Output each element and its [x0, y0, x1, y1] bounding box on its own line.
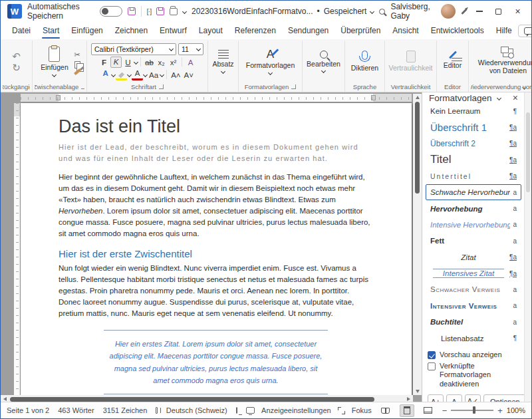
highlight-chevron-icon[interactable]	[127, 72, 132, 76]
word-count[interactable]: 463 Wörter	[58, 406, 94, 414]
scroll-up-icon[interactable]	[416, 96, 420, 99]
tab-ansicht[interactable]: Ansicht	[386, 23, 424, 39]
highlight-button[interactable]	[116, 69, 127, 80]
char-count[interactable]: 3151 Zeichen	[103, 406, 148, 414]
style-item-listenabsatz[interactable]: Listenabsatz¶	[426, 330, 521, 346]
change-case-button[interactable]: Aa	[148, 69, 160, 80]
zoom-slider[interactable]	[451, 410, 493, 411]
accessibility-icon[interactable]	[236, 407, 238, 414]
proofing-icon[interactable]	[156, 407, 158, 414]
style-item-untertitel[interactable]: Untertitel¶a	[426, 168, 521, 184]
superscript-button[interactable]: x²	[168, 57, 179, 68]
styles-dialog-launcher-icon[interactable]	[291, 84, 296, 89]
cut-icon[interactable]: ✂	[74, 51, 80, 59]
style-item-intensiver-verweis[interactable]: Intensiver Verweisa	[426, 298, 521, 314]
scroll-left-icon[interactable]	[3, 397, 7, 401]
editing-button[interactable]: Bearbeiten	[304, 50, 343, 73]
paragraph-button[interactable]: Absatz	[209, 49, 236, 73]
style-item-titel[interactable]: Titel¶a	[426, 152, 521, 168]
font-size-select[interactable]: 11	[178, 43, 203, 55]
preview-checkbox[interactable]	[428, 351, 436, 359]
zoom-out-button[interactable]: −	[442, 406, 448, 415]
sensitivity-button[interactable]: Vertraulichkeit	[386, 50, 436, 72]
copy-icon[interactable]	[74, 61, 80, 69]
preview-checkbox-row[interactable]: Vorschau anzeigen	[428, 350, 519, 360]
page-indicator[interactable]: Seite 1 von 2	[7, 406, 49, 414]
style-item-hervorhebung[interactable]: Hervorhebunga	[426, 200, 521, 216]
save-icon[interactable]	[128, 7, 136, 15]
font-name-select[interactable]: Calibri (Textkörper)	[91, 43, 176, 55]
redo-icon[interactable]: ↻	[12, 63, 21, 72]
tab-referenzen[interactable]: Referenzen	[229, 23, 282, 39]
font-dialog-launcher-icon[interactable]	[159, 84, 164, 89]
styles-panel-close-icon[interactable]: ×	[513, 92, 518, 103]
font-color-chevron-icon[interactable]	[143, 72, 148, 76]
ink-pen-icon[interactable]	[461, 9, 467, 15]
subscript-button[interactable]: x₂	[156, 57, 167, 68]
read-mode-button[interactable]	[378, 404, 393, 417]
style-item-intensive-hervorhebung[interactable]: Intensive Hervorhebunga	[426, 217, 521, 233]
tab-ueberpruefen[interactable]: Überprüfen	[334, 23, 386, 39]
style-item-schwache-hervorhebung[interactable]: Schwache Hervorhebunga	[426, 184, 521, 200]
strikethrough-button[interactable]: ab	[144, 57, 155, 68]
tab-entwurf[interactable]: Entwurf	[154, 23, 193, 39]
word-logo-icon[interactable]: W	[7, 4, 22, 19]
zoom-slider-thumb[interactable]	[473, 406, 475, 414]
minimize-button[interactable]	[473, 4, 487, 19]
autosave-toggle[interactable]	[100, 6, 122, 17]
style-item-buchtitel[interactable]: Buchtitela	[426, 314, 521, 330]
style-item-intensives-zitat[interactable]: Intensives Zitat¶a	[426, 265, 521, 281]
font-color-button[interactable]: A	[132, 69, 143, 80]
shrink-font-button[interactable]: A˅	[183, 69, 195, 80]
maximize-button[interactable]	[492, 4, 506, 19]
horizontal-scrollbar-thumb[interactable]	[10, 397, 374, 402]
style-item-schwacher-verweis[interactable]: Schwacher Verweisa	[426, 281, 521, 297]
style-item-ueberschrift-2[interactable]: Überschrift 2¶a	[426, 136, 521, 152]
italic-button[interactable]: K	[110, 57, 122, 68]
focus-label[interactable]: Fokus	[352, 406, 372, 414]
dictate-button[interactable]: Diktieren	[348, 50, 381, 72]
styles-button[interactable]: A Formatvorlagen	[243, 48, 298, 74]
panel-scrollbar-thumb[interactable]	[526, 112, 530, 192]
open-folder-icon[interactable]	[170, 8, 178, 15]
print-layout-button[interactable]	[400, 404, 414, 417]
change-case-chevron-icon[interactable]	[160, 72, 164, 76]
qat-customize-chevron-icon[interactable]	[182, 9, 187, 13]
tab-datei[interactable]: Datei	[6, 23, 37, 39]
save-status-chevron-icon[interactable]	[370, 9, 374, 13]
indent-marker-left[interactable]	[56, 95, 61, 100]
editor-button[interactable]: Editor	[441, 53, 464, 70]
language-indicator[interactable]: Deutsch (Schweiz)	[166, 406, 227, 414]
style-item-fett[interactable]: Fetta	[426, 233, 521, 249]
indent-marker-right[interactable]	[371, 95, 376, 100]
save-status[interactable]: Gespeichert	[324, 7, 367, 16]
bold-button[interactable]: F	[98, 57, 110, 68]
disable-linked-checkbox[interactable]	[428, 362, 436, 370]
zoom-level[interactable]: 100%	[507, 406, 525, 414]
scroll-down-icon[interactable]	[416, 390, 420, 393]
styles-panel-chevron-icon[interactable]	[497, 95, 501, 100]
document-page[interactable]: Das ist ein Titel Hier ist der Lead, der…	[21, 103, 412, 395]
undo-icon[interactable]: ↶	[12, 51, 21, 61]
display-settings-label[interactable]: Anzeigeeinstellungen	[261, 406, 331, 414]
zoom-in-button[interactable]: +	[497, 406, 503, 415]
comments-button[interactable]	[518, 25, 532, 37]
style-area-icon[interactable]: [·]	[147, 7, 152, 15]
disable-linked-checkbox-row[interactable]: Verknüpfte Formatvorlagen deaktivieren	[428, 362, 519, 389]
close-button[interactable]: ×	[511, 4, 525, 19]
underline-button[interactable]: U	[122, 57, 134, 68]
tab-start[interactable]: Start	[37, 23, 65, 39]
vertical-scrollbar[interactable]	[413, 94, 422, 395]
grow-font-button[interactable]: A˄	[170, 69, 182, 80]
search-icon[interactable]	[379, 9, 385, 15]
user-name[interactable]: Salvisberg, Gaby	[390, 2, 436, 21]
style-item-kein-leerraum[interactable]: Kein Leerraum¶	[426, 103, 521, 119]
tab-hilfe[interactable]: Hilfe	[490, 23, 518, 39]
scroll-right-icon[interactable]	[407, 397, 410, 401]
text-effects-button[interactable]: A	[100, 69, 111, 80]
paste-button[interactable]: Einfügen	[38, 46, 70, 76]
tab-layout[interactable]: Layout	[193, 23, 229, 39]
vertical-scrollbar-thumb[interactable]	[415, 102, 420, 194]
tab-zeichnen[interactable]: Zeichnen	[109, 23, 154, 39]
style-item-ueberschrift-1[interactable]: Überschrift 1¶a	[426, 119, 521, 135]
